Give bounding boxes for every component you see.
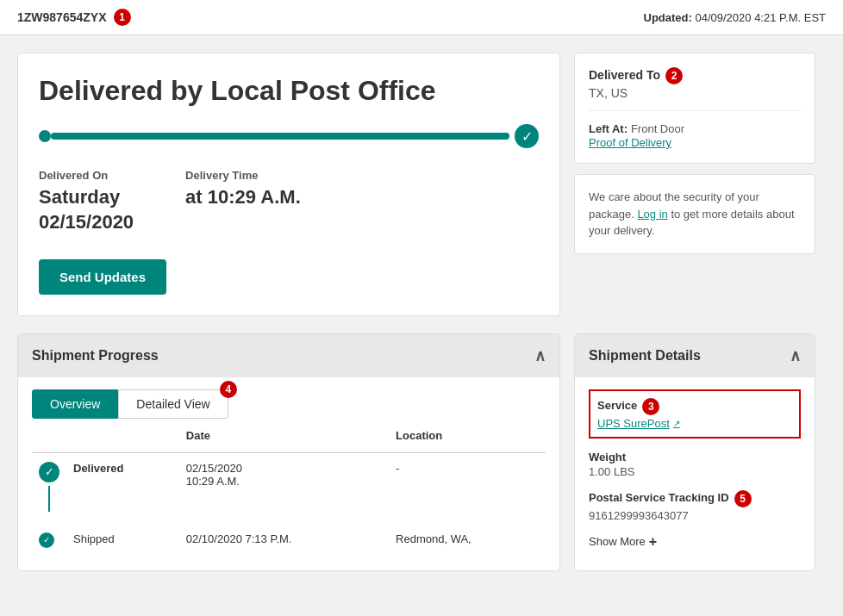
delivered-on-label: Delivered On <box>39 169 134 182</box>
tracking-number-wrap: 1ZW987654ZYX 1 <box>17 9 131 26</box>
delivered-check-icon: ✓ <box>39 462 59 482</box>
delivery-card: Delivered by Local Post Office ✓ Deliver… <box>17 53 560 316</box>
progress-check-icon: ✓ <box>515 124 539 148</box>
row1-status: Delivered <box>66 452 179 524</box>
postal-header: Postal Service Tracking ID 5 <box>589 490 801 507</box>
service-box: Service 3 UPS SurePost ↗ <box>589 389 801 439</box>
left-at-value: Front Door <box>631 122 684 135</box>
progress-start-dot <box>39 130 51 142</box>
row1-date: 02/15/2020 10:29 A.M. <box>179 452 389 524</box>
plus-icon: + <box>649 534 657 550</box>
service-header: Service 3 <box>597 398 792 415</box>
table-row: ✓ Shipped 02/10/2020 7:13 P.M. Redmond, … <box>32 524 546 557</box>
delivered-to-header: Delivered To 2 <box>589 67 801 84</box>
badge-3: 3 <box>642 398 659 415</box>
delivered-to-card: Delivered To 2 TX, US Left At: Front Doo… <box>574 53 815 164</box>
progress-bar-wrap: ✓ <box>39 124 539 148</box>
details-content: Service 3 UPS SurePost ↗ Weight 1.00 LBS… <box>575 377 815 562</box>
row2-icon-cell: ✓ <box>32 524 66 557</box>
send-updates-button[interactable]: Send Updates <box>39 259 166 295</box>
badge-1: 1 <box>114 9 131 26</box>
delivery-time-value: at 10:29 A.M. <box>185 185 301 210</box>
chevron-up-icon[interactable]: ∧ <box>534 346 546 365</box>
row1-location: - <box>389 452 546 524</box>
delivery-info: Delivered On Saturday 02/15/2020 Deliver… <box>39 169 539 234</box>
postal-tracking-block: Postal Service Tracking ID 5 91612999936… <box>589 490 801 522</box>
tab-overview-button[interactable]: Overview <box>32 389 118 419</box>
show-more-text: Show More <box>589 535 646 548</box>
row2-status: Shipped <box>66 524 179 557</box>
shipment-details-header: Shipment Details ∧ <box>575 334 815 377</box>
weight-value: 1.00 LBS <box>589 465 801 478</box>
external-link-icon: ↗ <box>673 419 680 428</box>
badge-4: 4 <box>220 381 237 398</box>
th-date: Date <box>179 419 389 453</box>
shipment-table-wrap: Date Location ✓ Delivered 02/15/2020 <box>18 419 559 570</box>
tabs-wrap: Overview Detailed View 4 <box>18 377 559 419</box>
updated-label: Updated: <box>644 11 692 24</box>
row2-date: 02/10/2020 7:13 P.M. <box>179 524 389 557</box>
weight-label: Weight <box>589 451 801 464</box>
delivery-title: Delivered by Local Post Office <box>39 74 539 107</box>
row1-date2: 10:29 A.M. <box>186 475 382 488</box>
badge-2: 2 <box>665 67 683 84</box>
left-at-row: Left At: Front Door <box>589 121 801 135</box>
row1-icon-cell: ✓ <box>32 452 66 524</box>
timeline-line <box>48 486 50 512</box>
show-more-link[interactable]: Show More + <box>589 534 801 550</box>
delivered-on-block: Delivered On Saturday 02/15/2020 <box>39 169 134 234</box>
service-value-text: UPS SurePost <box>597 417 670 430</box>
shipment-progress-title: Shipment Progress <box>32 348 159 364</box>
tab-detailed-wrap: Detailed View 4 <box>118 389 228 419</box>
delivered-to-title: Delivered To <box>589 68 660 82</box>
row2-location: Redmond, WA, <box>389 524 546 557</box>
postal-label: Postal Service Tracking ID <box>589 491 729 504</box>
delivered-date: Saturday 02/15/2020 <box>39 185 134 234</box>
left-at-label: Left At: <box>589 122 628 135</box>
tab-detailed-button[interactable]: Detailed View <box>118 389 228 419</box>
row1-date1: 02/15/2020 <box>186 462 382 475</box>
table-header-row: Date Location <box>32 419 546 453</box>
service-label: Service <box>597 399 637 412</box>
security-card: We care about the security of your packa… <box>574 174 815 254</box>
shipped-check-icon: ✓ <box>39 532 54 548</box>
security-text: We care about the security of your packa… <box>589 189 801 240</box>
service-value-link[interactable]: UPS SurePost ↗ <box>597 417 792 430</box>
shipment-details-panel: Shipment Details ∧ Service 3 UPS SurePos… <box>574 333 815 571</box>
shipment-details-title: Shipment Details <box>589 348 701 364</box>
top-bar: 1ZW987654ZYX 1 Updated: 04/09/2020 4:21 … <box>0 0 843 35</box>
bottom-section: Shipment Progress ∧ Overview Detailed Vi… <box>0 333 843 588</box>
th-location: Location <box>389 419 546 453</box>
progress-bar-fill <box>51 133 509 140</box>
table-row: ✓ Delivered 02/15/2020 10:29 A.M. - <box>32 452 546 524</box>
postal-value: 9161299993643077 <box>589 509 801 522</box>
updated-value: 04/09/2020 4:21 P.M. EST <box>695 11 826 24</box>
delivered-date-line1: Saturday <box>39 185 134 210</box>
right-cards: Delivered To 2 TX, US Left At: Front Doo… <box>574 53 815 316</box>
main-content: Delivered by Local Post Office ✓ Deliver… <box>0 35 843 333</box>
th-icon <box>32 419 66 453</box>
divider <box>589 110 801 111</box>
shipment-progress-header: Shipment Progress ∧ <box>18 334 559 377</box>
progress-bar-track <box>51 133 509 140</box>
proof-of-delivery-link[interactable]: Proof of Delivery <box>589 136 671 149</box>
badge-5: 5 <box>734 490 752 507</box>
th-status <box>66 419 179 453</box>
delivered-to-location: TX, US <box>589 86 801 100</box>
delivery-time-label: Delivery Time <box>185 169 301 182</box>
tracking-number: 1ZW987654ZYX <box>17 10 107 24</box>
shipment-progress-panel: Shipment Progress ∧ Overview Detailed Vi… <box>17 333 560 571</box>
login-link[interactable]: Log in <box>637 208 667 221</box>
updated-text: Updated: 04/09/2020 4:21 P.M. EST <box>644 11 827 24</box>
delivery-time-block: Delivery Time at 10:29 A.M. <box>185 169 301 234</box>
shipment-table: Date Location ✓ Delivered 02/15/2020 <box>32 419 546 557</box>
delivered-date-line2: 02/15/2020 <box>39 210 134 235</box>
weight-block: Weight 1.00 LBS <box>589 451 801 478</box>
details-chevron-up-icon[interactable]: ∧ <box>790 346 801 365</box>
